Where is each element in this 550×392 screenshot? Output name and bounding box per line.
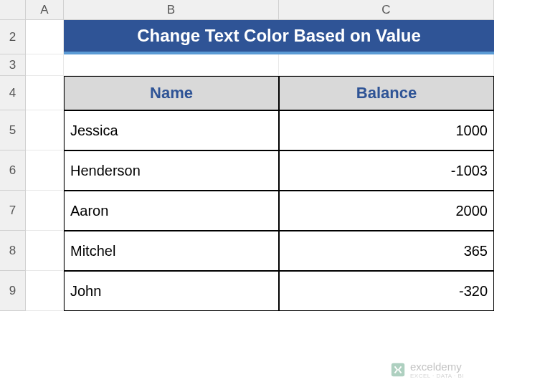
cell-c3[interactable]: [279, 54, 494, 76]
row-header-3[interactable]: 3: [0, 54, 26, 76]
table-row[interactable]: 365: [279, 231, 494, 271]
watermark: exceldemy EXCEL · DATA · BI: [390, 360, 464, 379]
row-header-4[interactable]: 4: [0, 76, 26, 110]
table-row[interactable]: 1000: [279, 110, 494, 150]
watermark-text-block: exceldemy EXCEL · DATA · BI: [410, 360, 464, 379]
row-header-8[interactable]: 8: [0, 231, 26, 271]
row-header-2[interactable]: 2: [0, 20, 26, 54]
cell-a6[interactable]: [26, 150, 64, 191]
watermark-tagline: EXCEL · DATA · BI: [410, 373, 464, 379]
brand-icon: [390, 362, 406, 378]
row-header-7[interactable]: 7: [0, 191, 26, 231]
col-header-a[interactable]: A: [26, 0, 64, 20]
table-row[interactable]: Mitchel: [64, 231, 279, 271]
cell-a3[interactable]: [26, 54, 64, 76]
header-name[interactable]: Name: [64, 76, 279, 110]
table-row[interactable]: -1003: [279, 150, 494, 191]
cell-b3[interactable]: [64, 54, 279, 76]
cell-a4[interactable]: [26, 76, 64, 110]
watermark-brand: exceldemy: [410, 360, 464, 373]
cell-a2[interactable]: [26, 20, 64, 54]
select-all-corner[interactable]: [0, 0, 26, 20]
cell-a8[interactable]: [26, 231, 64, 271]
cell-a5[interactable]: [26, 110, 64, 150]
col-header-b[interactable]: B: [64, 0, 279, 20]
table-row[interactable]: 2000: [279, 191, 494, 231]
table-row[interactable]: -320: [279, 271, 494, 311]
cell-a9[interactable]: [26, 271, 64, 311]
table-row[interactable]: Henderson: [64, 150, 279, 191]
table-row[interactable]: John: [64, 271, 279, 311]
row-header-5[interactable]: 5: [0, 110, 26, 150]
title-cell[interactable]: Change Text Color Based on Value: [64, 20, 494, 54]
cell-a7[interactable]: [26, 191, 64, 231]
table-row[interactable]: Aaron: [64, 191, 279, 231]
col-header-c[interactable]: C: [279, 0, 494, 20]
row-header-6[interactable]: 6: [0, 150, 26, 191]
table-row[interactable]: Jessica: [64, 110, 279, 150]
spreadsheet-grid: A B C 2 Change Text Color Based on Value…: [0, 0, 550, 311]
row-header-9[interactable]: 9: [0, 271, 26, 311]
header-balance[interactable]: Balance: [279, 76, 494, 110]
